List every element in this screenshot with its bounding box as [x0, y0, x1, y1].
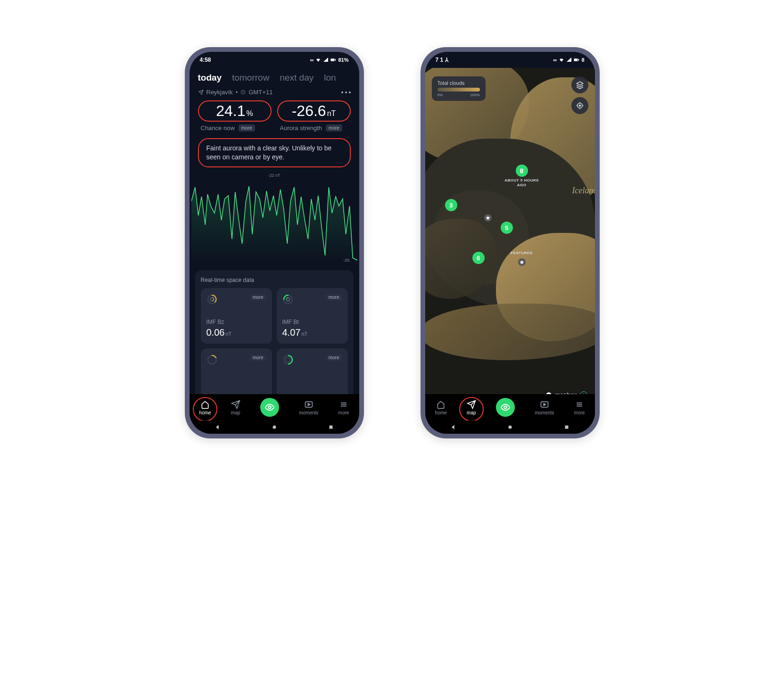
tab-tomorrow[interactable]: tomorrow	[232, 73, 269, 83]
nav-center-eye[interactable]	[496, 398, 515, 417]
card-value: 0.06	[206, 327, 225, 338]
gauge-icon	[282, 354, 294, 365]
tab-today[interactable]: today	[198, 73, 222, 83]
status-right: ∞ 81%	[310, 57, 349, 63]
svg-rect-16	[578, 59, 579, 60]
nav-label: home	[199, 410, 211, 415]
card-value: 4.07	[282, 327, 301, 338]
nav-moments[interactable]: moments	[299, 400, 318, 415]
timezone: GMT+11	[248, 89, 272, 96]
map-pin[interactable]: ⏸	[516, 165, 528, 177]
legend-low: 0%	[437, 93, 443, 97]
tab-long[interactable]: lon	[324, 73, 336, 83]
nav-more[interactable]: more	[574, 400, 585, 415]
nav-map[interactable]: map	[231, 400, 240, 415]
bottom-nav: home map moments more	[425, 394, 595, 421]
layers-icon	[576, 81, 584, 89]
card-more[interactable]: more	[250, 354, 266, 361]
chance-unit: %	[247, 109, 253, 118]
pin-sublabel: FEATURED	[503, 251, 541, 256]
clouds-legend: Total clouds 0% 100%	[432, 76, 486, 101]
phone-left: 4:58 ∞ 81% today tomorrow next day lon R…	[185, 47, 364, 438]
status-right: ∞ 8	[553, 57, 585, 63]
nav-home[interactable]: home	[199, 400, 211, 415]
chart-bottom-label: -29.	[343, 258, 351, 263]
eye-icon	[264, 402, 275, 413]
status-time: 4:58	[200, 57, 211, 63]
battery-pct: 8	[581, 57, 584, 63]
card-imf-bz[interactable]: more IMF Bz 0.06nT	[201, 288, 272, 344]
card-more[interactable]: more	[326, 294, 342, 301]
recents-icon[interactable]	[328, 424, 334, 430]
menu-icon	[575, 400, 584, 409]
more-menu-icon[interactable]	[341, 91, 351, 93]
day-tabs: today tomorrow next day lon	[190, 68, 359, 86]
pin-sublabel: ABOUT 5 HOURS AGO	[503, 178, 541, 187]
strength-value: -26.6	[292, 102, 326, 120]
chance-more[interactable]: more	[239, 124, 255, 132]
battery-icon	[330, 57, 336, 63]
gauge-icon	[206, 354, 218, 365]
card-more[interactable]: more	[326, 354, 342, 361]
play-icon	[540, 400, 549, 409]
nav-map[interactable]: map	[467, 400, 476, 415]
card-name: IMF Bz	[206, 319, 266, 325]
back-icon[interactable]	[450, 424, 457, 430]
svg-rect-2	[331, 59, 335, 61]
chance-value: 24.1	[216, 102, 245, 120]
home-circle-icon[interactable]	[271, 424, 278, 430]
nav-label: moments	[299, 410, 318, 415]
map-pin[interactable]: 6	[472, 252, 485, 264]
country-label: Iceland	[572, 186, 595, 196]
tab-next-day[interactable]: next day	[280, 73, 314, 83]
map-pin[interactable]: 3	[445, 199, 457, 211]
nav-more[interactable]: more	[338, 400, 349, 415]
layers-button[interactable]	[571, 76, 588, 93]
strength-metric: -26.6 nT Aurora strength more	[277, 100, 351, 132]
strength-unit: nT	[327, 109, 336, 118]
nav-center-eye[interactable]	[260, 398, 279, 417]
status-left: 7 1 ⅄	[436, 57, 448, 63]
map-star-pin[interactable]: ★	[518, 258, 526, 266]
chart-line	[191, 173, 357, 263]
card-name: IMF Bt	[282, 319, 342, 325]
chart-top-label: -22 nT	[268, 173, 280, 178]
card-unit: nT	[301, 331, 307, 337]
home-circle-icon[interactable]	[507, 424, 513, 430]
map-star-pin[interactable]: ★	[484, 214, 492, 222]
card-imf-bt[interactable]: more IMF Bt 4.07nT	[277, 288, 348, 344]
recents-icon[interactable]	[563, 424, 570, 430]
card-more[interactable]: more	[250, 294, 266, 301]
strength-more[interactable]: more	[326, 124, 342, 132]
strength-label: Aurora strength	[280, 124, 322, 132]
map-view[interactable]: Total clouds 0% 100% Iceland ⏸ ABOUT 5 H…	[425, 68, 595, 434]
link-icon: ∞	[310, 57, 314, 63]
nav-label: map	[231, 410, 240, 415]
phone-right: 7 1 ⅄ ∞ 8 Total clouds 0%	[421, 47, 600, 438]
home-icon	[200, 400, 210, 409]
svg-point-13	[272, 426, 276, 429]
eye-icon	[500, 402, 511, 413]
chance-label: Chance now	[201, 124, 235, 132]
aurora-chart[interactable]: -22 nT -29.	[191, 173, 357, 263]
battery-icon	[574, 57, 579, 63]
statusbar: 7 1 ⅄ ∞ 8	[425, 52, 595, 68]
svg-rect-1	[335, 59, 336, 60]
map-pin[interactable]: 5	[501, 222, 513, 234]
svg-point-22	[504, 406, 507, 409]
wifi-icon	[315, 57, 321, 63]
gauge-icon	[282, 294, 294, 305]
svg-point-10	[286, 357, 290, 362]
card-unit: nT	[225, 331, 231, 337]
android-nav-bar	[425, 421, 595, 434]
nav-label: moments	[535, 410, 554, 415]
signal-icon	[566, 57, 572, 63]
nav-moments[interactable]: moments	[535, 400, 554, 415]
nav-home[interactable]: home	[435, 400, 447, 415]
location-name[interactable]: Reykjavík	[206, 89, 233, 96]
compass-icon	[467, 400, 476, 409]
gauge-icon	[206, 294, 218, 305]
location-row: Reykjavík • GMT+11	[190, 86, 359, 99]
locate-button[interactable]	[571, 97, 588, 114]
back-icon[interactable]	[215, 424, 221, 430]
